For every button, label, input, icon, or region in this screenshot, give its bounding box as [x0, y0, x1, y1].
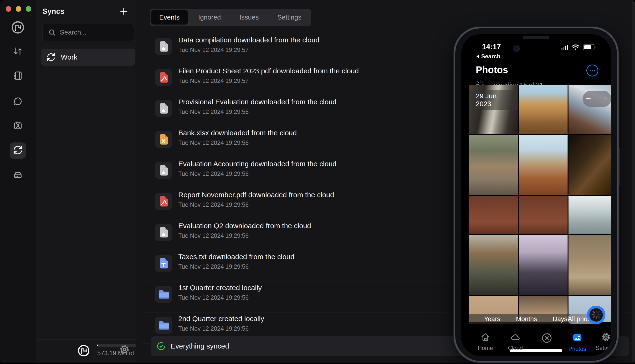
hard-drive-icon — [13, 170, 23, 181]
event-title: Taxes.txt downloaded from the cloud — [178, 253, 294, 261]
search-icon — [48, 28, 56, 36]
sync-status-label: Everything synced — [171, 342, 229, 350]
event-title: Filen Product Sheet 2023.pdf downloaded … — [178, 67, 359, 75]
speaker-grille — [523, 36, 549, 39]
event-timestamp: Tue Nov 12 2024 19:29:56 — [178, 232, 249, 239]
photo-thumbnail-red-brick-building[interactable] — [469, 196, 518, 234]
sync-arrows-icon — [13, 145, 23, 156]
tab-settings[interactable]: Settings — [269, 10, 310, 24]
photos-icon — [572, 332, 582, 344]
syncs-panel: Syncs Search... Work 573.19 MB of 100 ..… — [36, 0, 136, 362]
event-timestamp: Tue Nov 12 2024 19:29:56 — [178, 201, 249, 208]
event-title: Evaluation Q2 downloaded from the cloud — [178, 222, 311, 230]
sync-item-work[interactable]: Work — [41, 48, 135, 66]
event-timestamp: Tue Nov 12 2024 19:29:56 — [178, 139, 249, 146]
photo-thumbnail-rainy-village-street[interactable] — [469, 235, 518, 296]
settings-gear-button[interactable] — [119, 344, 130, 356]
event-title: Evaluation Accounting downloaded from th… — [178, 160, 337, 168]
photo-grid: 29 Jun. 2023 − + — [469, 85, 611, 322]
tab-events[interactable]: Events — [151, 10, 188, 24]
tab-ignored[interactable]: Ignored — [190, 10, 229, 24]
search-placeholder: Search... — [60, 28, 87, 36]
add-sync-button[interactable] — [119, 6, 129, 17]
photos-page-title: Photos — [476, 64, 508, 75]
photo-thumbnail-stone-alley[interactable] — [568, 235, 611, 296]
folder-icon — [155, 286, 172, 303]
rail-item-mounts[interactable] — [10, 167, 26, 184]
photo-thumbnail-street-car-hillside[interactable] — [469, 135, 518, 195]
rail-item-chats[interactable] — [10, 94, 26, 110]
event-title: 1st Quarter created locally — [178, 284, 262, 292]
battery-icon — [583, 44, 594, 50]
sidebar-rail — [0, 0, 36, 362]
timeline-option-months[interactable]: Months — [516, 316, 537, 323]
app-window: Syncs Search... Work 573.19 MB of 100 ..… — [0, 0, 635, 362]
event-title: Provisional Evaluation downloaded from t… — [178, 98, 337, 106]
back-triangle-icon — [476, 54, 480, 59]
timeline-option-days[interactable]: Days — [553, 316, 567, 323]
sync-item-label: Work — [61, 53, 77, 61]
tabs-bar: EventsIgnoredIssuesSettings — [150, 9, 311, 26]
photo-thumbnail-church-tower-street[interactable] — [519, 135, 568, 195]
window-minimize-button[interactable] — [16, 6, 21, 12]
home-icon — [480, 332, 490, 343]
phone-screen: 14:17 Search Photos Uploading 15 of 21 — [461, 34, 611, 356]
plus-icon — [119, 6, 129, 16]
window-close-button[interactable] — [6, 6, 11, 12]
sync-loading-indicator — [587, 306, 605, 324]
gear-icon — [601, 332, 611, 343]
photo-thumbnail-alley-fire-escapes[interactable]: 29 Jun. 2023 — [469, 85, 518, 134]
phone-tab-label: Cloud — [508, 345, 523, 351]
x-circle-icon — [541, 332, 552, 345]
panel-footer: 573.19 MB of 100 ... — [36, 340, 136, 362]
file-generic-icon — [155, 162, 172, 179]
storage-progress-fill — [97, 344, 98, 346]
notebook-icon — [13, 71, 23, 82]
event-timestamp: Tue Nov 12 2024 19:29:56 — [178, 170, 249, 177]
gear-icon — [119, 351, 130, 355]
back-label: Search — [481, 53, 500, 60]
file-generic-icon — [155, 100, 172, 117]
photo-thumbnail-cathedral-old-town[interactable] — [519, 85, 568, 134]
phone-tab-abort[interactable] — [532, 332, 561, 346]
contact-card-icon — [13, 120, 23, 132]
rail-item-syncs[interactable] — [10, 142, 26, 159]
window-scrollbar-track[interactable] — [632, 0, 635, 362]
photo-thumbnail-train-interior[interactable] — [568, 196, 611, 234]
window-zoom-button[interactable] — [26, 6, 31, 12]
event-timestamp: Tue Nov 12 2024 19:29:56 — [178, 263, 249, 270]
rail-item-notes[interactable] — [10, 68, 26, 84]
rail-item-transfers[interactable] — [10, 44, 26, 60]
photo-thumbnail-subway-staircase[interactable] — [519, 235, 568, 296]
filen-logo — [10, 19, 26, 36]
cellular-icon — [561, 45, 568, 50]
sync-arrows-icon — [47, 53, 56, 62]
photo-thumbnail-skyscraper-sky[interactable]: − + — [568, 85, 611, 134]
iphone-mockup: 14:17 Search Photos Uploading 15 of 21 — [454, 27, 618, 362]
file-pdf-icon — [155, 193, 172, 210]
grid-zoom-control[interactable]: − + — [582, 91, 611, 107]
event-title: Bank.xlsx downloaded from the cloud — [178, 129, 297, 137]
phone-tab-label: Home — [478, 345, 493, 351]
panel-title: Syncs — [43, 7, 64, 16]
rail-item-contacts[interactable] — [10, 118, 26, 134]
more-options-button[interactable] — [586, 64, 598, 76]
file-xlsx-icon — [155, 131, 172, 148]
folder-icon — [155, 316, 172, 334]
photo-thumbnail-red-brick-building-duplicate[interactable] — [519, 196, 568, 234]
photo-thumbnail-dark-library-shelves[interactable] — [568, 135, 611, 195]
phone-tab-home[interactable]: Home — [471, 332, 500, 351]
tab-issues[interactable]: Issues — [231, 10, 267, 24]
phone-tab-cloud[interactable]: Cloud — [501, 332, 530, 351]
event-timestamp: Tue Nov 12 2024 19:29:56 — [178, 325, 249, 332]
event-title: 2nd Quarter created locally — [178, 315, 264, 323]
front-camera — [513, 46, 520, 52]
phone-tab-photos[interactable]: Photos — [563, 332, 592, 352]
status-icons — [561, 44, 594, 50]
file-generic-icon — [155, 38, 172, 55]
cloud-icon — [510, 332, 520, 343]
timeline-option-years[interactable]: Years — [484, 316, 500, 323]
back-to-search-breadcrumb[interactable]: Search — [476, 53, 500, 60]
event-timestamp: Tue Nov 12 2024 19:29:57 — [178, 46, 249, 53]
search-input[interactable]: Search... — [43, 24, 134, 41]
